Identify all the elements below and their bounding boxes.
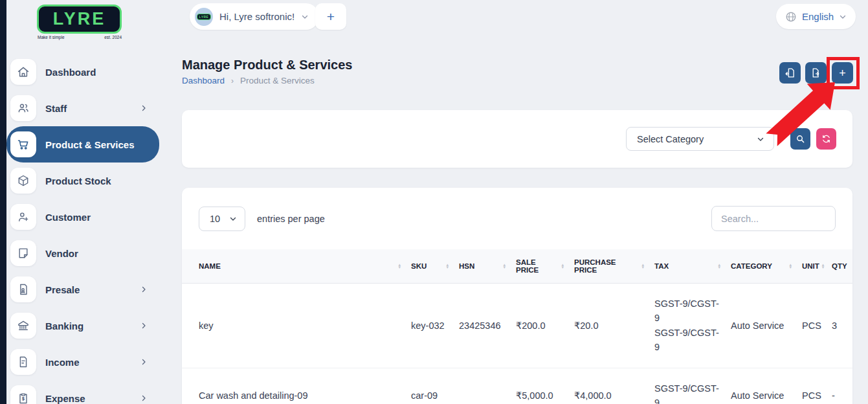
cube-icon — [10, 168, 36, 194]
chevron-down-icon — [757, 135, 764, 143]
file-import-icon — [785, 67, 796, 78]
sidebar-item-expense[interactable]: $ Expense — [6, 380, 159, 404]
brand-logo-text: LYRE — [53, 9, 106, 29]
page-title: Manage Product & Services — [182, 58, 352, 73]
sidebar-item-presale[interactable]: Presale — [6, 271, 159, 308]
product-table-card: 10 entries per page NAME▴▾ SKU▴▾ HSN▴▾ S… — [182, 188, 852, 404]
sidebar-item-label: Banking — [45, 320, 83, 331]
chevron-right-icon — [140, 358, 148, 366]
chevron-down-icon — [229, 215, 237, 223]
sort-icon[interactable]: ▴▾ — [561, 264, 564, 269]
refresh-icon — [821, 134, 831, 144]
table-row[interactable]: Car wash and detailing-09 car-09 ₹5,000.… — [182, 368, 852, 404]
invoice-icon — [10, 349, 36, 375]
staff-icon — [10, 95, 36, 121]
chevron-right-icon — [140, 322, 148, 330]
breadcrumb-separator: › — [231, 76, 234, 85]
entries-per-page-label: entries per page — [257, 214, 325, 224]
breadcrumb-dashboard-link[interactable]: Dashboard — [182, 76, 225, 85]
column-header-unit[interactable]: UNIT▴▾ — [797, 249, 827, 284]
column-header-qty[interactable]: QTY — [827, 249, 852, 284]
sidebar-item-label: Customer — [45, 212, 91, 223]
brand-logo[interactable]: LYRE — [37, 5, 122, 34]
column-header-category[interactable]: CATEGORY▴▾ — [726, 249, 797, 284]
sidebar-item-staff[interactable]: Staff — [6, 90, 159, 126]
sort-icon[interactable]: ▴▾ — [446, 264, 449, 269]
column-header-name[interactable]: NAME▴▾ — [182, 249, 406, 284]
chevron-down-icon — [839, 13, 847, 21]
search-icon — [796, 134, 805, 144]
bank-icon — [10, 313, 36, 339]
breadcrumb: Dashboard › Product & Services — [182, 76, 315, 85]
sidebar-item-label: Dashboard — [45, 67, 96, 78]
note-icon — [10, 240, 36, 266]
column-header-tax[interactable]: TAX▴▾ — [649, 249, 726, 284]
chevron-right-icon — [140, 394, 148, 402]
filter-reset-button[interactable] — [816, 128, 836, 150]
column-header-sku[interactable]: SKU▴▾ — [406, 249, 454, 284]
sidebar-item-banking[interactable]: Banking — [6, 308, 159, 344]
cell-tax: SGST-9/CGST-9 — [649, 368, 726, 404]
greeting-text: Hi, Lyre softronic! — [219, 11, 295, 22]
sidebar-item-dashboard[interactable]: Dashboard — [6, 54, 159, 90]
document-badge-icon — [10, 276, 36, 302]
globe-icon — [785, 11, 797, 23]
cell-name: Car wash and detailing-09 — [182, 368, 406, 404]
export-button[interactable] — [805, 62, 827, 84]
cell-unit: PCS — [797, 284, 827, 368]
column-header-purchase-price[interactable]: PURCHASE PRICE▴▾ — [569, 249, 649, 284]
cell-hsn: 23425346 — [454, 284, 511, 368]
sidebar-item-income[interactable]: Income — [6, 344, 159, 380]
chevron-right-icon — [140, 286, 148, 293]
language-label: English — [802, 11, 834, 22]
sidebar-item-product-stock[interactable]: Product Stock — [6, 163, 159, 199]
topbar-add-button[interactable]: + — [315, 3, 346, 30]
avatar: LYRE — [195, 8, 213, 26]
filter-search-button[interactable] — [790, 128, 810, 150]
chevron-down-icon — [301, 13, 309, 21]
import-button[interactable] — [779, 62, 801, 84]
cell-sale-price: ₹200.0 — [511, 284, 569, 368]
sidebar-item-customer[interactable]: Customer — [6, 199, 159, 235]
sort-icon[interactable]: ▴▾ — [503, 264, 506, 269]
cell-category: Auto Service — [726, 284, 797, 368]
user-menu[interactable]: LYRE Hi, Lyre softronic! — [190, 3, 319, 30]
clipboard-dollar-icon: $ — [10, 385, 36, 404]
language-selector[interactable]: English — [776, 4, 856, 29]
person-plus-icon — [10, 204, 36, 230]
sidebar-item-label: Vendor — [45, 248, 78, 259]
cart-icon — [10, 131, 36, 157]
sort-icon[interactable]: ▴▾ — [822, 264, 825, 269]
table-search-input[interactable] — [711, 206, 836, 231]
sort-icon[interactable]: ▴▾ — [789, 264, 792, 269]
cell-sale-price: ₹5,000.0 — [511, 368, 569, 404]
column-header-hsn[interactable]: HSN▴▾ — [454, 249, 511, 284]
sidebar-item-product-services[interactable]: Product & Services — [6, 126, 159, 163]
sidebar-item-label: Staff — [45, 103, 67, 114]
sort-icon[interactable]: ▴▾ — [641, 264, 644, 269]
entries-per-page-value: 10 — [210, 214, 220, 224]
products-table: NAME▴▾ SKU▴▾ HSN▴▾ SALE PRICE▴▾ PURCHASE… — [182, 249, 852, 404]
table-row[interactable]: key key-032 23425346 ₹200.0 ₹20.0 SGST-9… — [182, 284, 852, 368]
breadcrumb-current: Product & Services — [240, 76, 315, 85]
sidebar-item-label: Expense — [45, 393, 85, 404]
column-header-sale-price[interactable]: SALE PRICE▴▾ — [511, 249, 569, 284]
sidebar-nav: Dashboard Staff Product & Services Produ… — [6, 54, 159, 404]
sidebar-edge-strip — [0, 0, 6, 404]
file-export-icon — [810, 67, 821, 78]
chevron-right-icon — [140, 104, 148, 112]
svg-text:$: $ — [22, 396, 25, 401]
sidebar-item-label: Income — [45, 357, 80, 368]
category-select[interactable]: Select Category — [626, 127, 774, 151]
cell-unit: PCS — [797, 368, 827, 404]
cell-category: Auto Service — [726, 368, 797, 404]
sort-icon[interactable]: ▴▾ — [718, 264, 720, 269]
brand-est: est. 2024 — [104, 35, 122, 39]
add-product-button[interactable]: + — [832, 62, 853, 84]
home-icon — [10, 59, 36, 85]
entries-per-page-select[interactable]: 10 — [199, 207, 245, 231]
sidebar-item-vendor[interactable]: Vendor — [6, 235, 159, 271]
cell-purchase-price: ₹4,000.0 — [569, 368, 649, 404]
cell-purchase-price: ₹20.0 — [569, 284, 649, 368]
sort-icon[interactable]: ▴▾ — [398, 264, 401, 269]
